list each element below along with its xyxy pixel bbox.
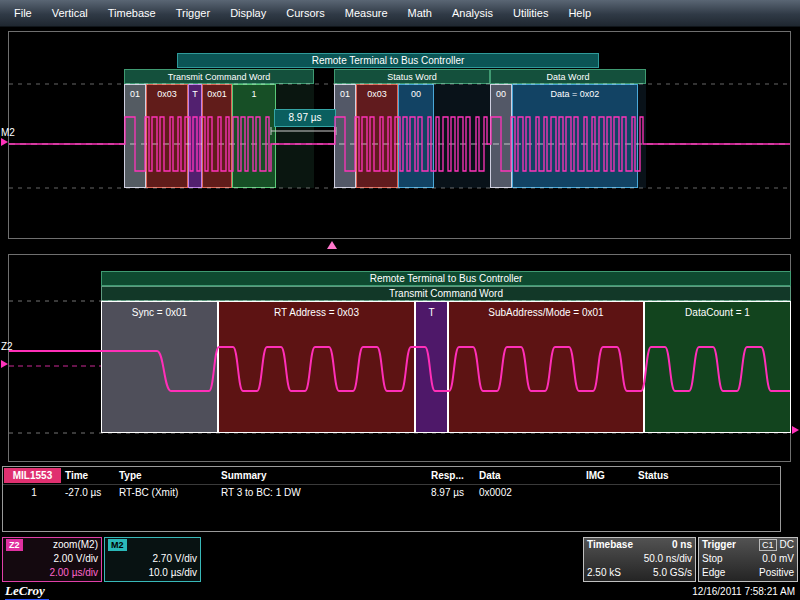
decode-group-title: Data Word xyxy=(490,69,646,84)
decode-field-rt-address: 0x03 xyxy=(146,84,188,188)
timebase-tdiv: 50.0 ns/div xyxy=(644,552,692,566)
cell-resp: 8.97 µs xyxy=(429,487,477,498)
cell-index: 1 xyxy=(3,487,63,498)
decode-field-status: 00 xyxy=(398,84,434,188)
z2-trace-indicator-icon xyxy=(1,360,8,368)
m2-tdiv: 10.0 µs/div xyxy=(148,566,197,580)
z2-title: zoom(M2) xyxy=(53,538,98,552)
menu-math[interactable]: Math xyxy=(398,7,442,19)
decode-field-rt-address: RT Address = 0x03 xyxy=(218,301,415,433)
decode-group-transmit-command-word: Transmit Command Word 01 0x03 T 0x01 1 xyxy=(124,69,314,188)
col-time: Time xyxy=(63,470,117,481)
decode-group-status-word: Status Word 01 0x03 00 xyxy=(334,69,490,188)
decode-field-tr-bit: T xyxy=(415,301,448,433)
trigger-type: Edge xyxy=(702,566,725,580)
decode-field-data: Data = 0x02 xyxy=(512,84,638,188)
menu-vertical[interactable]: Vertical xyxy=(42,7,98,19)
z2-descriptor-box[interactable]: Z2 zoom(M2) 2.00 V/div 2.00 µs/div xyxy=(2,537,102,582)
trigger-position-marker[interactable] xyxy=(327,241,337,249)
m2-chip: M2 xyxy=(108,539,127,551)
decode-field-data-count: DataCount = 1 xyxy=(644,301,791,433)
decode-field-sync: 00 xyxy=(490,84,512,188)
lecroy-logo: LeCroy xyxy=(5,583,49,600)
timebase-offset: 0 ns xyxy=(672,538,692,552)
menu-help[interactable]: Help xyxy=(558,7,601,19)
cell-summary: RT 3 to BC: 1 DW xyxy=(219,487,429,498)
decode-group-data-word: Data Word 00 Data = 0x02 xyxy=(490,69,646,188)
decode-group-title: Transmit Command Word xyxy=(124,69,314,84)
decode-word-banner: Transmit Command Word xyxy=(101,286,791,301)
menu-analysis[interactable]: Analysis xyxy=(442,7,503,19)
response-time-readout: 8.97 µs xyxy=(274,109,336,127)
menu-file[interactable]: File xyxy=(4,7,42,19)
decode-fields-row: 00 Data = 0x02 xyxy=(490,84,646,188)
table-header-row: MIL1553 Time Type Summary Resp... Data I… xyxy=(3,467,780,485)
col-summary: Summary xyxy=(219,470,429,481)
decode-field-rt-address: 0x03 xyxy=(356,84,398,188)
timebase-title: Timebase xyxy=(587,538,633,552)
decode-field-subaddress: SubAddress/Mode = 0x01 xyxy=(448,301,644,433)
menu-bar: File Vertical Timebase Trigger Display C… xyxy=(0,0,800,27)
z2-tdiv: 2.00 µs/div xyxy=(49,566,98,580)
col-type: Type xyxy=(117,470,219,481)
m2-vdiv: 2.70 V/div xyxy=(153,552,197,566)
trigger-title: Trigger xyxy=(702,538,736,552)
z2-vdiv: 2.00 V/div xyxy=(54,552,98,566)
trigger-coupling: DC xyxy=(780,539,794,550)
col-resp: Resp... xyxy=(429,470,477,481)
timebase-descriptor-box[interactable]: Timebase 0 ns 50.0 ns/div 2.50 kS 5.0 GS… xyxy=(583,537,696,582)
z2-channel-label: Z2 xyxy=(1,341,13,352)
m2-channel-label: M2 xyxy=(1,127,15,138)
menu-utilities[interactable]: Utilities xyxy=(503,7,558,19)
decode-field-sync: 01 xyxy=(124,84,146,188)
cell-time: -27.0 µs xyxy=(63,487,117,498)
decode-message-banner: Remote Terminal to Bus Controller xyxy=(177,53,599,68)
menu-timebase[interactable]: Timebase xyxy=(98,7,166,19)
decode-result-table: MIL1553 Time Type Summary Resp... Data I… xyxy=(2,466,781,532)
timebase-rate: 5.0 GS/s xyxy=(653,566,692,580)
datetime-display: 12/16/2011 7:58:21 AM xyxy=(692,586,795,597)
decode-field-sync: 01 xyxy=(334,84,356,188)
trigger-level: 0.0 mV xyxy=(762,552,794,566)
col-status: Status xyxy=(636,470,780,481)
decode-fields-row: 01 0x03 00 xyxy=(334,84,490,188)
col-img: IMG xyxy=(584,470,636,481)
menu-measure[interactable]: Measure xyxy=(335,7,398,19)
protocol-badge[interactable]: MIL1553 xyxy=(4,468,61,483)
z2-chip: Z2 xyxy=(6,539,23,551)
menu-cursors[interactable]: Cursors xyxy=(276,7,335,19)
menu-display[interactable]: Display xyxy=(220,7,276,19)
decode-field-data-count: 1 xyxy=(232,84,276,188)
trigger-slope: Positive xyxy=(759,566,794,580)
decode-field-subaddress: 0x01 xyxy=(202,84,232,188)
decode-message-banner: Remote Terminal to Bus Controller xyxy=(101,271,791,286)
m2-descriptor-box[interactable]: M2 2.70 V/div 10.0 µs/div xyxy=(104,537,201,582)
cell-data: 0x0002 xyxy=(477,487,584,498)
trigger-source: C1 xyxy=(759,539,777,551)
decode-field-sync: Sync = 0x01 xyxy=(101,301,218,433)
table-row[interactable]: 1 -27.0 µs RT-BC (Xmit) RT 3 to BC: 1 DW… xyxy=(3,485,780,500)
decode-fields-row: 01 0x03 T 0x01 1 xyxy=(124,84,314,188)
trigger-mode: Stop xyxy=(702,552,723,566)
decode-continue-arrow-icon xyxy=(792,426,799,434)
decode-field-tr-bit: T xyxy=(188,84,202,188)
trigger-descriptor-box[interactable]: Trigger C1DC Stop 0.0 mV Edge Positive xyxy=(698,537,798,582)
m2-trace-indicator-icon xyxy=(1,138,8,146)
menu-trigger[interactable]: Trigger xyxy=(166,7,220,19)
zoom-waveform-panel: Remote Terminal to Bus Controller Transm… xyxy=(8,254,791,462)
col-data: Data xyxy=(477,470,584,481)
decode-group-title: Status Word xyxy=(334,69,490,84)
cell-type: RT-BC (Xmit) xyxy=(117,487,219,498)
timebase-samples: 2.50 kS xyxy=(587,566,621,580)
top-waveform-panel: Remote Terminal to Bus Controller Transm… xyxy=(8,31,791,239)
